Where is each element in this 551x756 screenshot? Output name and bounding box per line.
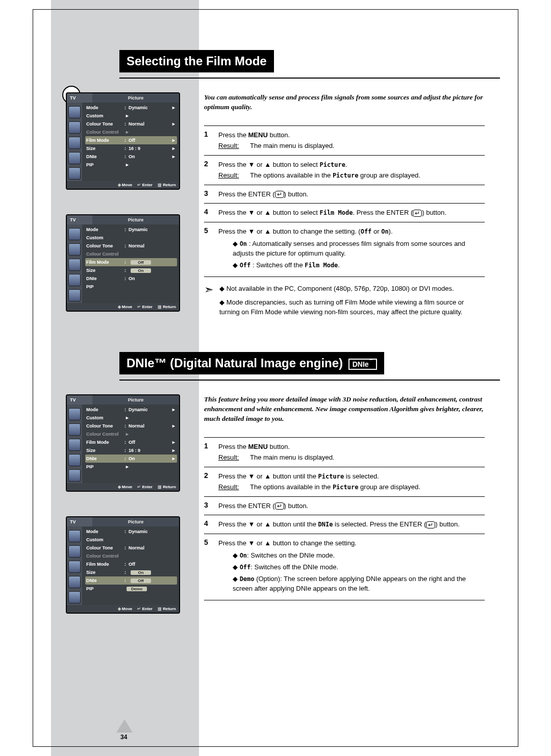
section2-right: This feature bring you more detailed ima… <box>204 395 500 639</box>
dnie-logo: DNIe™ <box>348 359 377 370</box>
osd-label-dnie: DNIe <box>86 276 124 281</box>
divider <box>204 600 485 600</box>
osd-val-mode: Dynamic <box>129 529 176 534</box>
osd-icon-column <box>67 103 82 181</box>
step-body: Press the MENU button. Result:The main m… <box>218 442 485 463</box>
step-num: 3 <box>204 189 212 199</box>
section2-left: TVPicture Mode:Dynamic► Custom► Colour T… <box>66 395 184 639</box>
step-row: 3 Press the ENTER (↵) button. <box>204 189 485 199</box>
osd-title: Picture <box>92 215 179 224</box>
osd-val-size: 16 : 9 <box>129 146 171 151</box>
osd-label-mode: Mode <box>86 529 124 534</box>
result-text: The main menu is displayed. <box>250 141 334 151</box>
divider <box>204 515 485 515</box>
osd-label-size: Size <box>86 146 124 151</box>
osd-icon <box>68 530 81 542</box>
osd-icon <box>68 439 81 451</box>
divider <box>204 534 485 534</box>
bullet-list: On: Switches on the DNIe mode. Off: Swit… <box>233 551 485 593</box>
osd-rows: Mode:Dynamic Custom Colour Tone:Normal C… <box>82 526 179 605</box>
osd-label-ctone: Colour Tone <box>86 423 124 429</box>
osd-val-mode: Dynamic <box>129 227 176 232</box>
result-text: The options available in the Picture gro… <box>250 482 420 492</box>
osd-label-custom: Custom <box>86 415 124 420</box>
osd-label-mode: Mode <box>86 407 124 412</box>
step-row: 3 Press the ENTER (↵) button. <box>204 501 485 511</box>
page-number: 34 <box>120 734 127 741</box>
step-body: Press the ▼ or ▲ button to change the se… <box>218 226 485 272</box>
list-item: Off : Switches off the Film Mode. <box>233 261 485 270</box>
result-label: Result: <box>218 141 241 151</box>
osd-footer: ◆ Move↵ Enter▥ Return <box>67 483 179 491</box>
osd-label-dnie: DNIe <box>86 154 124 159</box>
divider <box>204 125 485 126</box>
note-arrow-icon: ➣ <box>204 284 213 295</box>
divider <box>204 155 485 156</box>
step-row: 1 Press the MENU button. Result:The main… <box>204 130 485 151</box>
osd-tv-label: TV <box>67 395 92 405</box>
osd-label-film: Film Mode <box>86 260 124 265</box>
osd-chip-on: On <box>131 570 151 575</box>
osd-rows: Mode:Dynamic Custom Colour Tone:Normal C… <box>82 224 179 303</box>
osd-rows: Mode:Dynamic► Custom► Colour Tone:Normal… <box>82 405 179 483</box>
osd-label-film: Film Mode <box>86 562 124 567</box>
osd-val-dnie: On <box>129 456 171 461</box>
list-item: Off: Switches off the DNIe mode. <box>233 563 485 572</box>
osd-label-pip: PIP <box>86 464 124 469</box>
osd-icon <box>68 576 81 588</box>
content-area: Selecting the Film Mode TVPicture Mode:D… <box>51 50 500 639</box>
osd-label-mode: Mode <box>86 105 124 110</box>
divider <box>204 185 485 185</box>
osd-chip-on: On <box>131 268 151 273</box>
osd-icon <box>68 591 81 603</box>
osd-val-mode: Dynamic <box>129 407 171 412</box>
osd-icon <box>68 454 81 466</box>
step-body: Press the ENTER (↵) button. <box>218 501 485 511</box>
step-num: 1 <box>204 442 212 463</box>
osd-panel-3: TVPicture Mode:Dynamic► Custom► Colour T… <box>66 395 180 491</box>
osd-label-ctone: Colour Tone <box>86 121 124 127</box>
osd-panel-1: TVPicture Mode:Dynamic► Custom► Colour T… <box>66 93 180 189</box>
section2-title: DNIe™ (Digital Natural Image engine) DNI… <box>119 352 384 374</box>
page-arrow-icon <box>116 719 133 733</box>
osd-tv-label: TV <box>67 215 92 224</box>
osd-label-film: Film Mode <box>86 138 124 143</box>
osd-label-pip: PIP <box>86 284 124 289</box>
osd-chip-off: Off <box>131 260 151 265</box>
osd-icon <box>68 121 81 134</box>
page: ENG Selecting the Film Mode TVPicture Mo… <box>0 0 551 756</box>
result-label: Result: <box>218 170 241 181</box>
section2-columns: TVPicture Mode:Dynamic► Custom► Colour T… <box>66 395 500 639</box>
section1-right: You can automatically sense and process … <box>204 93 500 337</box>
step-num: 5 <box>204 226 212 272</box>
osd-icon <box>68 106 81 118</box>
osd-footer: ◆ Move↵ Enter▥ Return <box>67 605 179 613</box>
osd-label-ctone: Colour Tone <box>86 243 124 248</box>
osd-val-film: Off <box>129 440 171 445</box>
osd-icon <box>68 228 81 240</box>
osd-label-custom: Custom <box>86 537 124 542</box>
osd-label-ccontrol: Colour Control <box>86 130 124 135</box>
osd-footer: ◆ Move↵ Enter▥ Return <box>67 181 179 189</box>
osd-icon <box>68 137 81 149</box>
osd-icon <box>68 469 81 482</box>
osd-val-ctone: Normal <box>129 243 176 248</box>
result-text: The options available in the Picture gro… <box>250 170 420 181</box>
step-num: 5 <box>204 538 212 596</box>
osd-val-ctone: Normal <box>129 121 171 127</box>
osd-icon <box>68 274 81 286</box>
divider <box>204 467 485 467</box>
osd-rows: Mode:Dynamic► Custom► Colour Tone:Normal… <box>82 103 179 181</box>
step-body: Press the ▼ or ▲ button until the Pictur… <box>218 471 485 492</box>
osd-chip-demo: Demo <box>127 587 147 591</box>
osd-footer: ◆ Move↵ Enter▥ Return <box>67 303 179 311</box>
osd-val-ctone: Normal <box>129 423 171 429</box>
enter-icon: ↵ <box>413 210 422 217</box>
osd-panel-4: TVPicture Mode:Dynamic Custom Colour Ton… <box>66 517 180 613</box>
osd-label-pip: PIP <box>86 586 124 591</box>
step-num: 4 <box>204 519 212 530</box>
osd-icon <box>68 243 81 256</box>
enter-icon: ↵ <box>275 191 284 198</box>
osd-icon-column <box>67 405 82 483</box>
osd-icon <box>68 545 81 558</box>
